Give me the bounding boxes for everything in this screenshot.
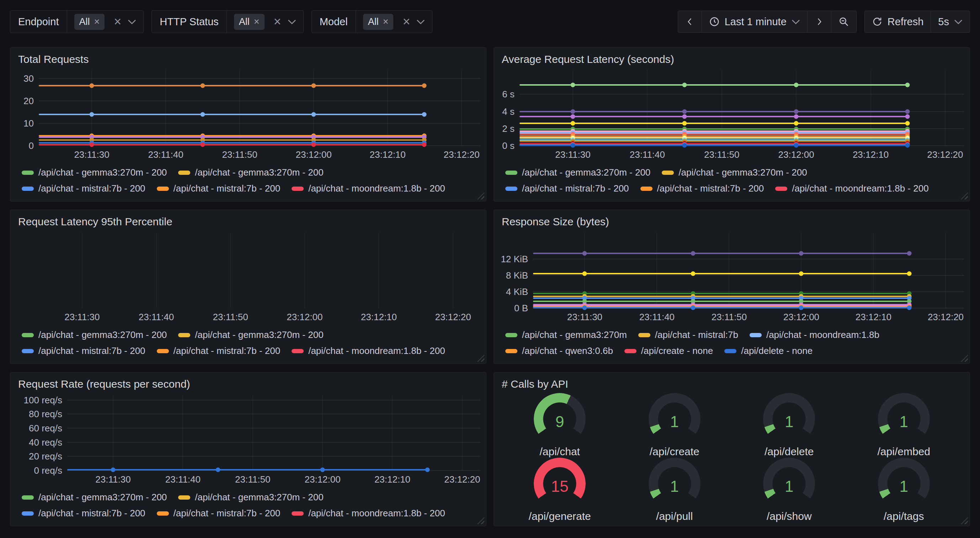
panel-title[interactable]: Response Size (bytes) — [494, 210, 970, 230]
grid-line-vertical — [387, 70, 388, 146]
legend-item[interactable]: /api/create - none — [624, 345, 713, 356]
legend-item[interactable]: /api/chat - mistral:7b - 200 — [157, 183, 280, 194]
legend-label: /api/chat - mistral:7b - 200 — [657, 183, 764, 194]
legend-item[interactable]: /api/chat - moondream:1.8b — [749, 329, 879, 340]
legend-label: /api/chat - mistral:7b - 200 — [173, 508, 280, 519]
remove-value-icon[interactable]: × — [383, 17, 389, 27]
x-tick-label: 23:12:00 — [783, 312, 819, 323]
refresh-interval-button[interactable]: 5s — [931, 11, 970, 33]
legend-item[interactable]: /api/chat - mistral:7b - 200 — [505, 183, 629, 194]
chip-label: All — [79, 16, 90, 27]
filter-http-status-select[interactable]: All × × — [227, 11, 303, 33]
legend-item[interactable]: /api/chat - gemma3:270m - 200 — [662, 167, 807, 178]
filter-endpoint-select[interactable]: All × × — [67, 11, 144, 33]
legend-item[interactable]: /api/chat - mistral:7b - 200 — [22, 508, 145, 519]
x-tick-label: 23:12:00 — [286, 312, 323, 323]
panel-title[interactable]: Average Request Latency (seconds) — [494, 48, 970, 68]
legend-item[interactable]: /api/chat - gemma3:270m - 200 — [178, 492, 323, 503]
data-point — [794, 121, 799, 126]
time-back-button[interactable] — [678, 11, 702, 33]
plot-area[interactable] — [67, 395, 480, 470]
legend-item[interactable]: /api/chat - mistral:7b - 200 — [22, 345, 145, 356]
legend-item[interactable]: /api/chat - mistral:7b - 200 — [157, 345, 280, 356]
panel-title[interactable]: Total Requests — [10, 48, 486, 68]
plot-area[interactable] — [17, 233, 480, 308]
timeseries-chart: 0 s2 s4 s6 s 23:11:3023:11:4023:11:5023:… — [494, 68, 970, 160]
x-tick-label: 23:12:10 — [374, 474, 410, 485]
filter-model-select[interactable]: All × × — [356, 11, 433, 33]
legend-chip — [157, 511, 169, 516]
legend-item[interactable]: /api/chat - moondream:1.8b - 200 — [291, 345, 445, 356]
plot-area[interactable] — [39, 70, 480, 146]
legend-item[interactable]: /api/chat - gemma3:270m - 200 — [178, 167, 323, 178]
data-point — [794, 114, 799, 119]
data-point — [90, 112, 94, 117]
legend-item[interactable]: /api/chat - moondream:1.8b - 200 — [775, 183, 928, 194]
panel-title[interactable]: Request Rate (requests per second) — [10, 372, 486, 392]
series-line — [67, 469, 427, 470]
gauge-value: 1 — [649, 478, 700, 495]
legend-item[interactable]: /api/chat - gemma3:270m - 200 — [178, 329, 323, 340]
legend-chip — [749, 333, 762, 337]
panel-request-latency-95th: Request Latency 95th Percentile 23:11:30… — [10, 209, 487, 364]
chevron-down-icon — [128, 19, 136, 24]
clear-filter-icon[interactable]: × — [114, 15, 121, 28]
legend-item[interactable]: /api/chat - mistral:7b - 200 — [157, 508, 280, 519]
series-line — [533, 297, 909, 299]
legend-row: /api/chat - mistral:7b - 200/api/chat - … — [22, 183, 482, 194]
legend-item[interactable]: /api/chat - qwen3:0.6b — [505, 345, 613, 356]
legend-label: /api/chat - gemma3:270m - 200 — [38, 167, 167, 178]
legend-item[interactable]: /api/chat - gemma3:270m - 200 — [22, 167, 167, 178]
gauge-value: 1 — [878, 413, 930, 431]
clear-filter-icon[interactable]: × — [274, 15, 281, 28]
data-point — [799, 271, 803, 276]
legend-item[interactable]: /api/chat - gemma3:270m - 200 — [22, 329, 167, 340]
legend-label: /api/chat - gemma3:270m - 200 — [38, 329, 167, 340]
x-axis: 23:11:3023:11:4023:11:5023:12:0023:12:10… — [533, 308, 964, 323]
zoom-out-button[interactable] — [831, 11, 857, 33]
refresh-label: Refresh — [888, 16, 924, 28]
chevron-down-icon — [954, 19, 963, 24]
legend-item[interactable]: /api/chat - gemma3:270m - 200 — [505, 167, 651, 178]
data-point — [312, 83, 316, 88]
legend-item[interactable]: /api/chat - mistral:7b — [638, 329, 738, 340]
legend-item[interactable]: /api/chat - mistral:7b - 200 — [22, 183, 145, 194]
legend-label: /api/chat - gemma3:270m - 200 — [195, 167, 323, 178]
gauge-label: /api/chat — [540, 446, 580, 458]
y-tick-label: 60 req/s — [29, 423, 62, 434]
panel-title[interactable]: # Calls by API — [494, 372, 970, 392]
plot-area[interactable] — [533, 233, 964, 308]
grid-line-vertical — [253, 395, 253, 470]
y-tick-label: 0 B — [514, 303, 528, 314]
legend-item[interactable]: /api/chat - gemma3:270m — [505, 329, 627, 340]
y-axis: 0102030 — [14, 70, 39, 146]
x-tick-label: 23:11:50 — [704, 149, 739, 160]
legend-chip — [775, 187, 787, 191]
legend-item[interactable]: /api/chat - mistral:7b - 200 — [640, 183, 764, 194]
refresh-icon — [872, 16, 883, 27]
panel-title[interactable]: Request Latency 95th Percentile — [10, 210, 486, 230]
clear-filter-icon[interactable]: × — [402, 15, 410, 28]
time-forward-button[interactable] — [807, 11, 831, 33]
chevron-down-icon — [288, 19, 296, 24]
legend: /api/chat - gemma3:270m - 200/api/chat -… — [10, 160, 486, 201]
legend-item[interactable]: /api/delete - none — [724, 345, 813, 356]
legend-item[interactable]: /api/chat - moondream:1.8b - 200 — [291, 508, 445, 519]
x-tick-label: 23:12:20 — [927, 149, 963, 160]
legend-item[interactable]: /api/chat - moondream:1.8b - 200 — [291, 183, 445, 194]
legend-chip — [505, 171, 517, 175]
remove-value-icon[interactable]: × — [254, 17, 259, 27]
legend-row: /api/chat - mistral:7b - 200/api/chat - … — [505, 183, 966, 194]
gauge-arc: 15 — [534, 458, 585, 509]
legend-item[interactable]: /api/chat - gemma3:270m - 200 — [22, 492, 167, 503]
data-point — [905, 109, 910, 114]
series-line — [533, 293, 909, 294]
refresh-button[interactable]: Refresh — [864, 11, 931, 33]
y-tick-label: 8 KiB — [506, 270, 528, 281]
y-axis: 0 s2 s4 s6 s — [498, 70, 520, 146]
dashboard-grid: Total Requests 0102030 23:11:3023:11:402… — [10, 47, 970, 526]
filter-http-status: HTTP Status All × × — [151, 10, 303, 33]
remove-value-icon[interactable]: × — [94, 17, 100, 27]
time-range-picker-button[interactable]: Last 1 minute — [702, 11, 808, 33]
plot-area[interactable] — [520, 70, 964, 146]
